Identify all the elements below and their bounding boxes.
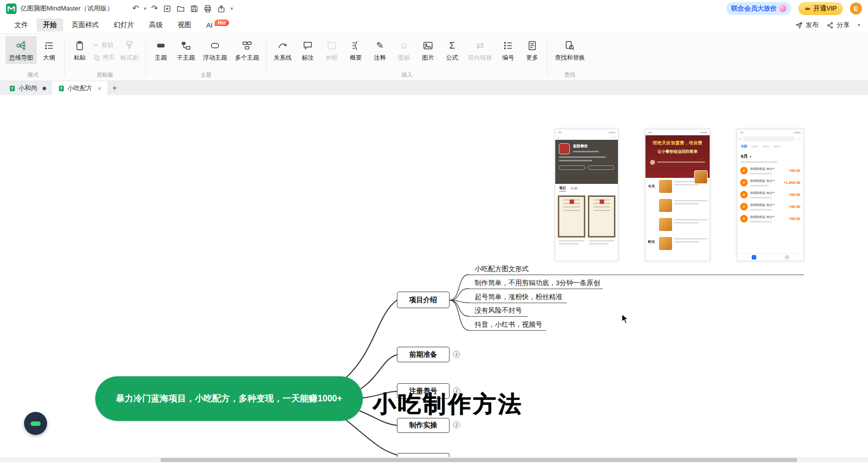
detail-node-5[interactable]: 抖音，小红书，视频号 [469, 321, 546, 331]
detail-node-1[interactable]: 小吃配方图文形式 [469, 265, 804, 275]
bill-amount: +90.00 [789, 168, 800, 173]
relation-line-button[interactable]: 关系线 [270, 36, 295, 64]
new-file-icon[interactable] [163, 5, 171, 13]
relation-line-icon [277, 40, 288, 52]
bill-amount: +90.00 [789, 204, 800, 209]
attached-image-promo-feed[interactable]: 拒绝天价加盟费，培训费 让小餐饮创业回归简单 今天 昨天 [645, 129, 710, 261]
formula-icon: Σ [449, 40, 455, 52]
open-vip-button[interactable]: 开通VIP [798, 2, 843, 15]
frame-button: 外框 [320, 36, 343, 64]
robot-eye-icon [31, 421, 41, 426]
month-header: 9月▾ [737, 151, 803, 160]
document-tab-2[interactable]: 小吃配方 × [52, 81, 108, 95]
subtopic-button[interactable]: 子主题 [173, 36, 198, 64]
ai-assistant-button[interactable] [24, 412, 47, 435]
ribbon-group-insert: 关系线 标注 外框 概要 ✎ 注释 [268, 35, 546, 81]
publish-button[interactable]: 发布 [795, 21, 818, 30]
document-tab-1[interactable]: 小和尚 [3, 81, 52, 95]
menubar-more-icon[interactable]: ▾ [857, 23, 860, 28]
menu-slides[interactable]: 幻灯片 [107, 19, 141, 32]
undo-dropdown-icon[interactable]: ▾ [144, 6, 146, 11]
share-button[interactable]: 分享 [826, 21, 849, 30]
note-button[interactable]: ✎ 注释 [368, 36, 391, 64]
titlebar: 亿图脑图MindMaster（试用版） ↶ ▾ ↷ ▾ 联合会员大放价 开通VI… [0, 0, 868, 17]
menu-home[interactable]: 开始 [37, 19, 63, 32]
paper-plane-icon [795, 22, 803, 29]
menu-view[interactable]: 视图 [171, 19, 198, 32]
callout-button[interactable]: 标注 [296, 36, 319, 64]
card-captions [555, 238, 618, 247]
menu-page-style[interactable]: 页面样式 [65, 19, 105, 32]
attached-image-bill-list[interactable]: ‹ ⋯ 全部 9月▾ ¥ 收钱码收款-来自** +90.00 ¥ 收钱码收款-来… [737, 129, 804, 261]
vip-label: 开通VIP [813, 4, 837, 13]
close-tab-icon[interactable]: × [98, 85, 102, 92]
date-label-today: 今天 [648, 184, 655, 189]
phone-statusbar [737, 129, 803, 135]
outline-mode-button[interactable]: 大纲 [38, 36, 61, 64]
collapse-badge[interactable]: 2 [453, 421, 460, 428]
callout-icon [302, 40, 313, 52]
toolbar-more-icon[interactable]: ▾ [231, 6, 233, 11]
menu-file[interactable]: 文件 [8, 19, 35, 32]
ribbon-group-mode: 思维导图 大纲 模式 [3, 35, 63, 81]
topic-button[interactable]: 主题 [149, 36, 172, 64]
horizontal-scrollbar-thumb[interactable] [160, 458, 797, 462]
paste-button[interactable]: 粘贴 [68, 36, 91, 64]
floating-title-text[interactable]: 小吃制作方法 [373, 389, 523, 420]
app-title: 亿图脑图MindMaster（试用版） [21, 4, 113, 13]
redo-icon[interactable]: ↷ [151, 5, 158, 13]
branch-node-practice[interactable]: 制作实操 [397, 418, 450, 433]
detail-node-3[interactable]: 起号简单，涨粉快，粉丝精准 [469, 293, 567, 303]
summary-icon [350, 40, 361, 52]
print-icon[interactable] [203, 5, 212, 13]
attached-image-profile-page[interactable]: ‹⋯ 老陆餐饮 笔记 收藏 [555, 129, 618, 261]
summary-button[interactable]: 概要 [344, 36, 367, 64]
month-summary [741, 161, 777, 163]
menu-ai[interactable]: AIHot [200, 20, 236, 31]
mindmap-mode-button[interactable]: 思维导图 [6, 36, 37, 64]
topic-icon [155, 40, 166, 52]
phone-bottom-bar [737, 253, 803, 261]
phone-statusbar [645, 129, 710, 135]
floating-topic-icon [209, 40, 221, 52]
user-avatar[interactable]: E [850, 3, 862, 15]
export-icon[interactable] [217, 5, 226, 13]
undo-icon[interactable]: ↶ [132, 5, 139, 13]
picture-button[interactable]: 图片 [416, 36, 440, 64]
save-icon[interactable] [190, 5, 198, 13]
open-file-icon[interactable] [176, 5, 185, 13]
floating-topic-button[interactable]: 浮动主题 [199, 36, 231, 64]
copy-icon [93, 54, 100, 61]
formula-button[interactable]: Σ 公式 [441, 36, 464, 64]
more-insert-button[interactable]: 更多 [521, 36, 544, 64]
detail-node-4[interactable]: 没有风险不封号 [469, 307, 528, 317]
member-promo-banner[interactable]: 联合会员大放价 [726, 2, 791, 15]
collapse-badge[interactable]: 2 [453, 351, 460, 358]
feed-item [659, 237, 708, 250]
horizontal-scrollbar-track[interactable] [0, 457, 868, 462]
bill-filter-tabs: 全部 [737, 142, 803, 151]
root-topic-node[interactable]: 暴力冷门蓝海项目，小吃配方，多种变现，一天能赚1000+ [95, 376, 363, 421]
ribbon-group-topics: 主题 子主题 浮动主题 多个主题 主题 [147, 35, 265, 81]
branch-node-preparation[interactable]: 前期准备 [397, 347, 450, 362]
multiple-topics-button[interactable]: 多个主题 [232, 36, 263, 64]
new-tab-button[interactable]: + [107, 81, 122, 95]
mindmap-canvas[interactable]: 暴力冷门蓝海项目，小吃配方，多种变现，一天能赚1000+ 小吃制作方法 项目介绍… [0, 95, 868, 467]
detail-node-2[interactable]: 制作简单，不用剪辑功底，3分钟一条原创 [469, 279, 603, 289]
numbering-button[interactable]: 编号 [497, 36, 520, 64]
promo-banner: 拒绝天价加盟费，培训费 让小餐饮创业回归简单 [645, 135, 710, 178]
bill-search-row: ‹ ⋯ [737, 135, 803, 142]
certificate-image [588, 195, 615, 238]
group-label-topics: 主题 [147, 71, 265, 81]
unsaved-dot-icon [43, 87, 46, 90]
bidirectional-link-button: ⇄ 双向链接 [465, 36, 496, 64]
copy-button: 拷贝 [93, 53, 115, 62]
promo-headline-2: 让小餐饮创业回归简单 [648, 149, 707, 154]
menu-advanced[interactable]: 高级 [143, 19, 169, 32]
document-icon [9, 85, 16, 92]
find-replace-button[interactable]: 查找和替换 [551, 36, 588, 64]
branch-node-project-intro[interactable]: 项目介绍 [397, 292, 450, 308]
ribbon-group-find: 查找和替换 查找 [549, 35, 591, 81]
tab-label: 小和尚 [19, 84, 38, 93]
app-logo-icon [6, 4, 17, 14]
